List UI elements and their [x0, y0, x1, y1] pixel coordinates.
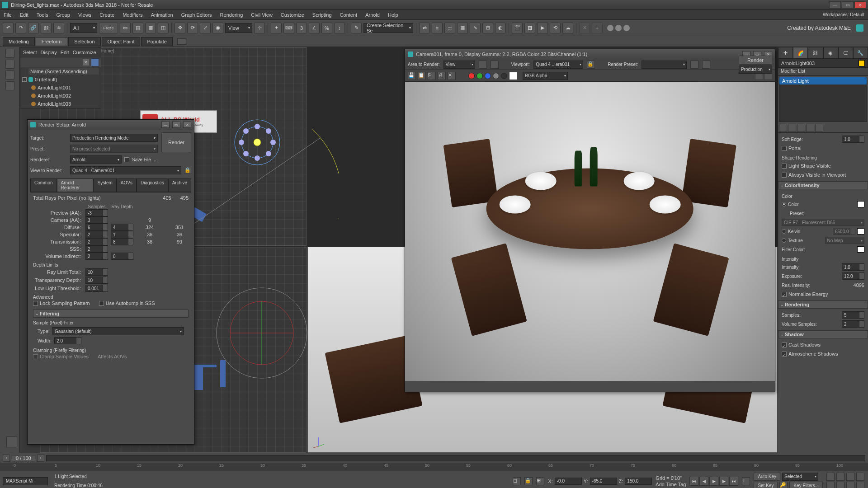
pan-icon[interactable]: [826, 473, 835, 481]
cmd-motion-icon[interactable]: ◉: [823, 47, 838, 59]
window-crossing-icon[interactable]: ◫: [158, 23, 169, 33]
object-color-swatch[interactable]: [859, 60, 865, 66]
filter-type-dropdown[interactable]: Gaussian (default): [52, 327, 184, 335]
selection-filter[interactable]: All: [70, 23, 97, 33]
ribbon-selection[interactable]: Selection: [68, 37, 100, 46]
kelvin-spinner[interactable]: 6500.0: [833, 228, 855, 235]
minimize-button[interactable]: —: [829, 1, 841, 9]
bind-icon[interactable]: ≋: [53, 23, 64, 33]
menu-views[interactable]: Views: [78, 12, 91, 18]
menu-create[interactable]: Create: [99, 12, 114, 18]
pivot-icon[interactable]: ⊹: [254, 23, 265, 33]
framebuffer-titlebar[interactable]: Camera001, frame 0, Display Gamma: 2.2, …: [405, 49, 775, 59]
modifier-stack[interactable]: Arnold Light: [779, 77, 867, 122]
cmd-create-icon[interactable]: ✚: [778, 47, 793, 59]
texture-button[interactable]: No Map: [825, 237, 865, 244]
toggle-ribbon-icon[interactable]: ▦: [457, 23, 468, 33]
play-icon[interactable]: ▶: [709, 477, 718, 486]
rs-min-icon[interactable]: —: [161, 122, 170, 128]
rs-tab-arnold[interactable]: Arnold Renderer: [57, 178, 94, 192]
sample-spinner-2[interactable]: 6: [85, 224, 108, 231]
mirror-icon[interactable]: ⇌: [419, 23, 430, 33]
lock-sampling-check[interactable]: [33, 301, 38, 306]
auto-region-icon[interactable]: [491, 61, 499, 69]
zoom-all-icon[interactable]: [846, 473, 854, 481]
scene-explorer-icon[interactable]: [5, 49, 14, 58]
lock-sel-icon[interactable]: 🔒: [524, 477, 533, 485]
show-end-icon[interactable]: [788, 124, 796, 132]
maximize-vp-icon[interactable]: [856, 482, 864, 488]
copy-image-icon[interactable]: 📋: [418, 72, 426, 80]
setkey-button[interactable]: Set Key: [754, 482, 778, 488]
unlink-icon[interactable]: ⛓: [41, 23, 52, 33]
schematic-icon[interactable]: ⊞: [482, 23, 493, 33]
frame-indicator[interactable]: 0 / 100: [12, 455, 35, 461]
exposure-spinner[interactable]: 12.0: [842, 272, 864, 280]
maxscript-listener[interactable]: MAXScript Mi: [3, 477, 48, 485]
select-object-icon[interactable]: ▭: [120, 23, 131, 33]
sample-spinner-4[interactable]: 2: [85, 238, 108, 245]
menu-grapheditors[interactable]: Graph Editors: [181, 12, 212, 18]
clear-icon[interactable]: ✕: [448, 72, 456, 80]
preset-dropdown[interactable]: CIE F7 - Fluorescent D65: [782, 219, 864, 226]
goto-start-icon[interactable]: ⏮: [689, 477, 698, 486]
y-coord-input[interactable]: -65.0: [590, 478, 617, 485]
atmo-shadows-check[interactable]: [782, 352, 787, 357]
render-iter-icon[interactable]: ⟲: [550, 23, 561, 33]
soft-edge-spinner[interactable]: 1.0: [842, 136, 864, 143]
cast-shadows-check[interactable]: [782, 343, 787, 347]
ray-limit-spinner[interactable]: 10: [85, 268, 108, 276]
se-root[interactable]: - 0 (default): [20, 75, 101, 84]
light-shape-check[interactable]: [782, 164, 787, 169]
trans-depth-spinner[interactable]: 10: [85, 277, 108, 284]
material-editor-icon[interactable]: ◐: [495, 23, 506, 33]
render-prod-icon[interactable]: ▶: [537, 23, 548, 33]
shadow-rollout[interactable]: -Shadow: [778, 330, 868, 338]
mono-channel-icon[interactable]: [501, 73, 507, 79]
rotate-icon[interactable]: ⟳: [187, 23, 198, 33]
plus-icon[interactable]: +: [592, 23, 603, 33]
bg-white-icon[interactable]: [509, 72, 517, 80]
manipulate-icon[interactable]: ✦: [271, 23, 282, 33]
menu-file[interactable]: File: [4, 12, 12, 18]
x-icon[interactable]: ✕: [579, 23, 590, 33]
workspace-label[interactable]: Workspaces: Default: [823, 12, 864, 17]
placement-icon[interactable]: ◉: [212, 23, 223, 33]
se-header[interactable]: Name (Sorted Ascending): [20, 67, 101, 75]
select-frozen[interactable]: Froze: [99, 23, 118, 33]
remove-mod-icon[interactable]: [806, 124, 814, 132]
menu-content[interactable]: Content: [340, 12, 358, 18]
select-region-icon[interactable]: ▦: [145, 23, 156, 33]
menu-rendering[interactable]: Rendering: [220, 12, 243, 18]
goto-end-icon[interactable]: ⏭: [729, 477, 738, 486]
other-explorer-icon[interactable]: [5, 81, 14, 90]
preset-dropdown[interactable]: No preset selected: [70, 145, 158, 153]
color-intensity-rollout[interactable]: -Color/Intensity: [778, 181, 868, 189]
z-coord-input[interactable]: 150.0: [625, 478, 652, 485]
fb-prod-dropdown[interactable]: Production: [739, 66, 772, 74]
cmd-display-icon[interactable]: 🖵: [838, 47, 853, 59]
clamp-values-check[interactable]: [33, 354, 38, 359]
crease-explorer-icon[interactable]: [5, 70, 14, 80]
rs-tab-system[interactable]: System: [93, 178, 116, 192]
se-item-1[interactable]: ArnoldLight002: [20, 92, 101, 100]
object-name-field[interactable]: [778, 59, 868, 68]
render-online-icon[interactable]: ☁: [562, 23, 573, 33]
menu-civilview[interactable]: Civil View: [251, 12, 272, 18]
rs-max-icon[interactable]: ▭: [172, 122, 180, 128]
color-swatch[interactable]: [857, 201, 864, 207]
ref-coord-dropdown[interactable]: View: [225, 23, 252, 33]
render-frame-icon[interactable]: 🖼: [524, 23, 535, 33]
sample-spinner-6[interactable]: 2: [85, 253, 108, 260]
color-radio[interactable]: [782, 202, 786, 206]
save-image-icon[interactable]: 💾: [408, 72, 416, 80]
se-toggle-icon[interactable]: [91, 58, 99, 66]
view-dropdown[interactable]: Quad 4 - Camera001: [70, 166, 181, 174]
kelvin-swatch[interactable]: [857, 228, 864, 235]
sample-spinner-1[interactable]: 3: [85, 216, 108, 224]
viewport-dropdown[interactable]: Quad 4 ...era001: [533, 61, 583, 69]
se-select[interactable]: Select: [23, 50, 37, 55]
pin-stack-icon[interactable]: [779, 124, 787, 132]
cmd-utilities-icon[interactable]: 🔧: [853, 47, 868, 59]
isolate-icon[interactable]: ◻: [513, 477, 521, 485]
